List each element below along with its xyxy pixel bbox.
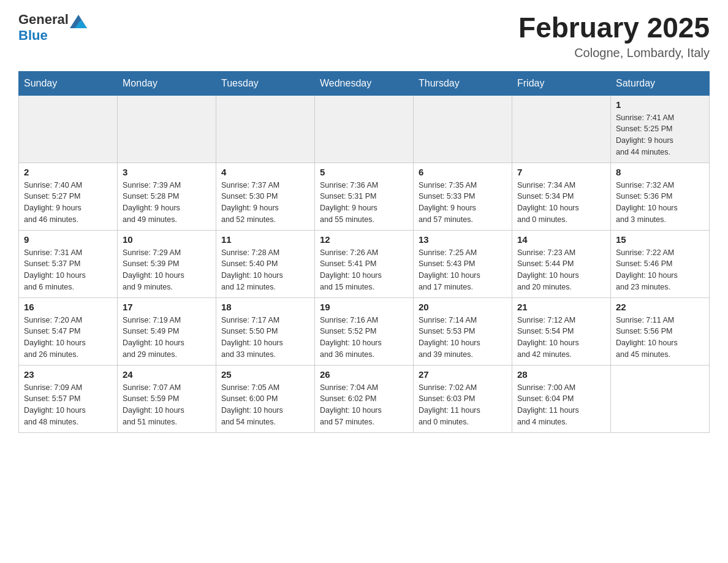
day-info: Sunrise: 7:23 AMSunset: 5:44 PMDaylight:… [517, 247, 605, 293]
calendar-header-row: Sunday Monday Tuesday Wednesday Thursday… [19, 71, 710, 95]
calendar-week-row: 23Sunrise: 7:09 AMSunset: 5:57 PMDayligh… [19, 365, 710, 432]
day-info: Sunrise: 7:02 AMSunset: 6:03 PMDaylight:… [419, 382, 507, 428]
day-info: Sunrise: 7:00 AMSunset: 6:04 PMDaylight:… [517, 382, 605, 428]
calendar-week-row: 1Sunrise: 7:41 AMSunset: 5:25 PMDaylight… [19, 95, 710, 163]
day-info: Sunrise: 7:40 AMSunset: 5:27 PMDaylight:… [24, 180, 112, 226]
table-row [414, 95, 512, 163]
table-row: 11Sunrise: 7:28 AMSunset: 5:40 PMDayligh… [216, 230, 315, 297]
table-row: 14Sunrise: 7:23 AMSunset: 5:44 PMDayligh… [512, 230, 611, 297]
table-row [512, 95, 611, 163]
day-number: 21 [517, 302, 605, 312]
day-number: 17 [123, 302, 211, 312]
page-header: General Blue February 2025 Cologne, Lomb… [18, 12, 710, 60]
col-thursday: Thursday [414, 71, 512, 95]
day-info: Sunrise: 7:28 AMSunset: 5:40 PMDaylight:… [221, 247, 309, 293]
day-number: 13 [419, 234, 507, 245]
day-info: Sunrise: 7:05 AMSunset: 6:00 PMDaylight:… [221, 382, 309, 428]
table-row: 10Sunrise: 7:29 AMSunset: 5:39 PMDayligh… [118, 230, 216, 297]
day-number: 20 [419, 302, 507, 312]
day-info: Sunrise: 7:19 AMSunset: 5:49 PMDaylight:… [123, 315, 211, 361]
day-info: Sunrise: 7:04 AMSunset: 6:02 PMDaylight:… [320, 382, 408, 428]
logo-blue: Blue [18, 28, 48, 43]
table-row: 26Sunrise: 7:04 AMSunset: 6:02 PMDayligh… [315, 365, 414, 432]
day-info: Sunrise: 7:26 AMSunset: 5:41 PMDaylight:… [320, 247, 408, 293]
col-wednesday: Wednesday [315, 71, 414, 95]
day-info: Sunrise: 7:16 AMSunset: 5:52 PMDaylight:… [320, 315, 408, 361]
day-number: 26 [320, 369, 408, 380]
calendar-week-row: 16Sunrise: 7:20 AMSunset: 5:47 PMDayligh… [19, 297, 710, 365]
table-row: 9Sunrise: 7:31 AMSunset: 5:37 PMDaylight… [19, 230, 118, 297]
table-row: 7Sunrise: 7:34 AMSunset: 5:34 PMDaylight… [512, 163, 611, 230]
day-info: Sunrise: 7:39 AMSunset: 5:28 PMDaylight:… [123, 180, 211, 226]
table-row: 21Sunrise: 7:12 AMSunset: 5:54 PMDayligh… [512, 297, 611, 365]
logo-icon [70, 15, 87, 28]
table-row: 3Sunrise: 7:39 AMSunset: 5:28 PMDaylight… [118, 163, 216, 230]
day-info: Sunrise: 7:41 AMSunset: 5:25 PMDaylight:… [616, 112, 704, 158]
day-number: 7 [517, 167, 605, 177]
calendar-week-row: 9Sunrise: 7:31 AMSunset: 5:37 PMDaylight… [19, 230, 710, 297]
table-row: 17Sunrise: 7:19 AMSunset: 5:49 PMDayligh… [118, 297, 216, 365]
day-number: 4 [221, 167, 309, 177]
title-area: February 2025 Cologne, Lombardy, Italy [518, 12, 710, 60]
day-info: Sunrise: 7:37 AMSunset: 5:30 PMDaylight:… [221, 180, 309, 226]
table-row: 22Sunrise: 7:11 AMSunset: 5:56 PMDayligh… [611, 297, 710, 365]
table-row: 2Sunrise: 7:40 AMSunset: 5:27 PMDaylight… [19, 163, 118, 230]
table-row: 20Sunrise: 7:14 AMSunset: 5:53 PMDayligh… [414, 297, 512, 365]
table-row: 12Sunrise: 7:26 AMSunset: 5:41 PMDayligh… [315, 230, 414, 297]
day-info: Sunrise: 7:34 AMSunset: 5:34 PMDaylight:… [517, 180, 605, 226]
day-number: 22 [616, 302, 704, 312]
day-number: 27 [419, 369, 507, 380]
table-row: 8Sunrise: 7:32 AMSunset: 5:36 PMDaylight… [611, 163, 710, 230]
table-row: 27Sunrise: 7:02 AMSunset: 6:03 PMDayligh… [414, 365, 512, 432]
table-row [315, 95, 414, 163]
col-saturday: Saturday [611, 71, 710, 95]
col-monday: Monday [118, 71, 216, 95]
table-row: 23Sunrise: 7:09 AMSunset: 5:57 PMDayligh… [19, 365, 118, 432]
day-number: 14 [517, 234, 605, 245]
day-number: 6 [419, 167, 507, 177]
day-info: Sunrise: 7:25 AMSunset: 5:43 PMDaylight:… [419, 247, 507, 293]
day-info: Sunrise: 7:11 AMSunset: 5:56 PMDaylight:… [616, 315, 704, 361]
col-friday: Friday [512, 71, 611, 95]
table-row [19, 95, 118, 163]
calendar-week-row: 2Sunrise: 7:40 AMSunset: 5:27 PMDaylight… [19, 163, 710, 230]
table-row: 28Sunrise: 7:00 AMSunset: 6:04 PMDayligh… [512, 365, 611, 432]
table-row: 18Sunrise: 7:17 AMSunset: 5:50 PMDayligh… [216, 297, 315, 365]
day-number: 24 [123, 369, 211, 380]
day-number: 3 [123, 167, 211, 177]
day-info: Sunrise: 7:07 AMSunset: 5:59 PMDaylight:… [123, 382, 211, 428]
day-info: Sunrise: 7:29 AMSunset: 5:39 PMDaylight:… [123, 247, 211, 293]
calendar-title: February 2025 [518, 12, 710, 44]
day-number: 11 [221, 234, 309, 245]
table-row: 19Sunrise: 7:16 AMSunset: 5:52 PMDayligh… [315, 297, 414, 365]
day-info: Sunrise: 7:17 AMSunset: 5:50 PMDaylight:… [221, 315, 309, 361]
col-sunday: Sunday [19, 71, 118, 95]
table-row: 25Sunrise: 7:05 AMSunset: 6:00 PMDayligh… [216, 365, 315, 432]
col-tuesday: Tuesday [216, 71, 315, 95]
day-info: Sunrise: 7:36 AMSunset: 5:31 PMDaylight:… [320, 180, 408, 226]
day-info: Sunrise: 7:32 AMSunset: 5:36 PMDaylight:… [616, 180, 704, 226]
table-row: 24Sunrise: 7:07 AMSunset: 5:59 PMDayligh… [118, 365, 216, 432]
day-number: 5 [320, 167, 408, 177]
table-row: 15Sunrise: 7:22 AMSunset: 5:46 PMDayligh… [611, 230, 710, 297]
day-info: Sunrise: 7:12 AMSunset: 5:54 PMDaylight:… [517, 315, 605, 361]
day-number: 23 [24, 369, 112, 380]
table-row: 13Sunrise: 7:25 AMSunset: 5:43 PMDayligh… [414, 230, 512, 297]
table-row [118, 95, 216, 163]
day-number: 8 [616, 167, 704, 177]
day-info: Sunrise: 7:35 AMSunset: 5:33 PMDaylight:… [419, 180, 507, 226]
day-info: Sunrise: 7:31 AMSunset: 5:37 PMDaylight:… [24, 247, 112, 293]
day-info: Sunrise: 7:20 AMSunset: 5:47 PMDaylight:… [24, 315, 112, 361]
day-number: 28 [517, 369, 605, 380]
day-number: 15 [616, 234, 704, 245]
calendar-subtitle: Cologne, Lombardy, Italy [518, 46, 710, 60]
table-row: 6Sunrise: 7:35 AMSunset: 5:33 PMDaylight… [414, 163, 512, 230]
day-number: 19 [320, 302, 408, 312]
day-number: 12 [320, 234, 408, 245]
day-number: 10 [123, 234, 211, 245]
table-row [216, 95, 315, 163]
day-number: 16 [24, 302, 112, 312]
table-row [611, 365, 710, 432]
table-row: 1Sunrise: 7:41 AMSunset: 5:25 PMDaylight… [611, 95, 710, 163]
logo: General Blue [18, 12, 87, 43]
